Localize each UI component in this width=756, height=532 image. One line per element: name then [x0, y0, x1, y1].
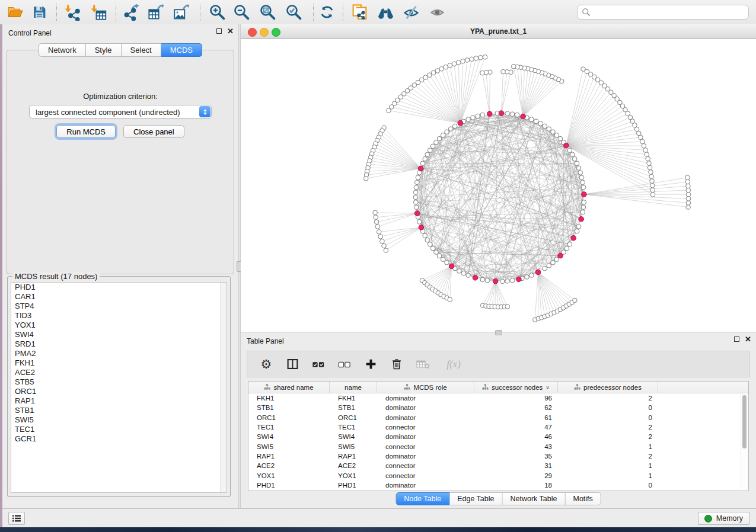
save-session-icon[interactable]	[28, 2, 50, 22]
zoom-selected-icon[interactable]	[283, 2, 304, 22]
network-node[interactable]	[554, 257, 559, 262]
network-leaf-node[interactable]	[448, 63, 452, 68]
task-history-list-icon[interactable]	[8, 512, 25, 525]
network-node[interactable]	[485, 278, 490, 283]
tab-motifs[interactable]: Motifs	[565, 492, 601, 505]
network-node[interactable]	[457, 269, 462, 274]
network-leaf-node[interactable]	[377, 230, 381, 235]
list-item[interactable]: SWI5	[11, 415, 227, 425]
network-node[interactable]	[570, 152, 575, 157]
float-panel-icon[interactable]	[734, 336, 739, 342]
network-node[interactable]	[466, 273, 471, 278]
network-leaf-node[interactable]	[374, 215, 378, 220]
network-leaf-node[interactable]	[640, 139, 645, 144]
network-node[interactable]	[538, 121, 543, 126]
network-node[interactable]	[529, 117, 534, 122]
close-panel-icon[interactable]: ✕	[745, 336, 751, 342]
list-item[interactable]: YOX1	[11, 321, 227, 330]
network-leaf-node[interactable]	[444, 65, 448, 69]
network-hub-node-mcds[interactable]	[418, 166, 423, 171]
network-node[interactable]	[413, 190, 418, 195]
list-item[interactable]: RAP1	[11, 396, 227, 406]
network-node[interactable]	[567, 242, 572, 247]
network-node[interactable]	[575, 161, 579, 166]
zoom-fit-icon[interactable]	[257, 2, 278, 22]
table-row[interactable]: PHD1PHD1dominator180	[248, 480, 748, 490]
network-leaf-node[interactable]	[649, 170, 653, 175]
network-leaf-node[interactable]	[465, 58, 470, 63]
network-hub-node-mcds[interactable]	[487, 111, 492, 117]
show-columns-icon[interactable]	[285, 357, 299, 371]
open-file-icon[interactable]	[4, 2, 25, 22]
network-node[interactable]	[434, 140, 439, 145]
network-leaf-node[interactable]	[452, 62, 457, 66]
list-item[interactable]: STB1	[11, 406, 227, 415]
network-leaf-node[interactable]	[511, 64, 516, 69]
network-node[interactable]	[461, 271, 466, 275]
column-header-name[interactable]: name	[330, 382, 377, 393]
network-node[interactable]	[576, 225, 581, 229]
network-leaf-node[interactable]	[457, 60, 461, 65]
list-item[interactable]: FKH1	[11, 358, 227, 368]
network-canvas[interactable]	[241, 39, 756, 332]
network-leaf-node[interactable]	[461, 59, 465, 64]
network-leaf-node[interactable]	[686, 197, 691, 201]
network-leaf-node[interactable]	[374, 220, 379, 225]
list-item[interactable]: SWI4	[11, 330, 227, 339]
network-node[interactable]	[414, 185, 419, 190]
network-node[interactable]	[547, 264, 551, 268]
tab-network[interactable]: Network	[39, 43, 86, 57]
network-node[interactable]	[414, 205, 419, 210]
network-hub-node-mcds[interactable]	[473, 275, 478, 281]
close-panel-icon[interactable]: ✕	[227, 28, 234, 34]
network-leaf-node[interactable]	[387, 108, 391, 113]
network-search-box[interactable]	[577, 5, 749, 20]
network-node[interactable]	[573, 156, 578, 161]
network-hub-node-mcds[interactable]	[521, 114, 526, 119]
memory-button[interactable]: Memory	[698, 512, 749, 525]
search-input[interactable]	[594, 8, 748, 17]
network-leaf-node[interactable]	[470, 57, 474, 62]
network-leaf-node[interactable]	[505, 305, 510, 309]
tab-network-table[interactable]: Network Table	[503, 492, 566, 505]
network-hub-node-mcds[interactable]	[499, 111, 504, 116]
network-node[interactable]	[581, 185, 586, 190]
network-leaf-node[interactable]	[479, 55, 483, 60]
network-node[interactable]	[578, 171, 583, 175]
network-hub-node-mcds[interactable]	[579, 217, 584, 222]
network-leaf-node[interactable]	[647, 165, 652, 170]
network-node[interactable]	[448, 127, 453, 132]
network-node[interactable]	[505, 279, 510, 284]
table-row[interactable]: ACE2ACE2connector311	[248, 461, 748, 470]
list-item[interactable]: TEC1	[11, 425, 227, 434]
network-leaf-node[interactable]	[573, 298, 578, 303]
network-window-titlebar[interactable]: YPA_prune.txt_1	[241, 24, 756, 39]
list-item[interactable]: STB5	[11, 377, 227, 387]
list-item[interactable]: SRD1	[11, 339, 227, 349]
network-node[interactable]	[579, 175, 584, 180]
list-scrollbar[interactable]	[220, 283, 227, 492]
export-network-icon[interactable]	[120, 2, 141, 22]
network-node[interactable]	[430, 144, 435, 149]
network-node[interactable]	[417, 220, 422, 225]
network-leaf-node[interactable]	[373, 210, 378, 215]
network-node[interactable]	[476, 114, 480, 118]
list-item[interactable]: PMA2	[11, 349, 227, 358]
network-node[interactable]	[534, 119, 538, 124]
network-node[interactable]	[413, 195, 418, 200]
network-node[interactable]	[543, 266, 547, 271]
network-leaf-node[interactable]	[645, 152, 649, 157]
network-leaf-node[interactable]	[686, 188, 691, 193]
table-options-gear-icon[interactable]: ⚙	[259, 357, 273, 371]
network-node[interactable]	[547, 127, 551, 132]
network-node[interactable]	[551, 130, 556, 134]
float-panel-icon[interactable]	[216, 28, 222, 34]
network-leaf-node[interactable]	[380, 239, 385, 243]
column-header-predecessor-nodes[interactable]: predecessor nodes	[558, 382, 658, 393]
network-node[interactable]	[420, 161, 425, 166]
network-node[interactable]	[510, 278, 515, 283]
network-node[interactable]	[434, 250, 439, 255]
network-leaf-node[interactable]	[384, 248, 388, 253]
network-node[interactable]	[413, 200, 418, 205]
network-leaf-node[interactable]	[480, 70, 485, 75]
